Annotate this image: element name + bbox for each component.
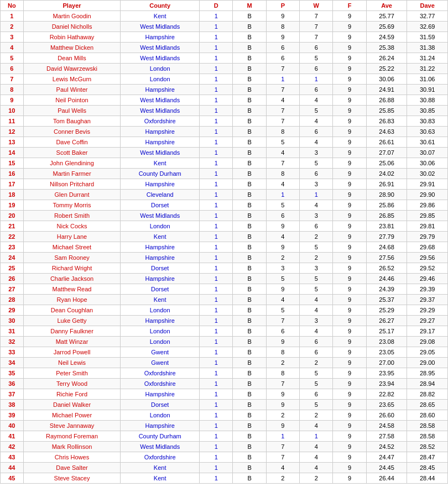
player-name: Peter Smith <box>23 368 121 379</box>
col-m-val: B <box>233 85 266 95</box>
player-name: Matthew Read <box>23 284 121 295</box>
col-m-val: B <box>233 95 266 106</box>
player-county: Kent <box>121 158 200 169</box>
col-m-val: B <box>233 358 266 368</box>
col-m-val: B <box>233 284 266 295</box>
col-m-val: B <box>233 452 266 463</box>
col-w-val: 4 <box>300 421 333 431</box>
col-p-val: 2 <box>266 253 299 263</box>
player-county: London <box>121 410 200 421</box>
row-number: 25 <box>1 263 24 274</box>
col-f-val: 9 <box>333 421 366 431</box>
col-p-val: 2 <box>266 473 299 484</box>
col-f-val: 9 <box>333 253 366 263</box>
player-name: Dave Salter <box>23 463 121 473</box>
col-m-val: B <box>233 32 266 43</box>
col-dave-val: 30.06 <box>407 158 448 169</box>
row-number: 22 <box>1 232 24 242</box>
player-name: Daniel Walker <box>23 400 121 410</box>
player-name: Tom Baughan <box>23 116 121 127</box>
col-ave-val: 24.45 <box>366 463 407 473</box>
col-ave-val: 28.90 <box>366 190 407 200</box>
col-ave-val: 25.37 <box>366 295 407 305</box>
col-f-val: 9 <box>333 211 366 221</box>
col-ave-val: 27.07 <box>366 148 407 158</box>
col-d-val: 1 <box>200 53 233 64</box>
col-p-val: 5 <box>266 200 299 211</box>
col-m-val: B <box>233 22 266 32</box>
col-p-val: 1 <box>266 431 299 442</box>
table-row: 34Neil LewisGwent1B22927.0029.00 <box>1 358 448 368</box>
col-dave-val: 30.85 <box>407 106 448 116</box>
player-county: Kent <box>121 232 200 242</box>
table-row: 35Peter SmithOxfordshire1B85923.9528.95 <box>1 368 448 379</box>
col-f-val: 9 <box>333 32 366 43</box>
col-w-val: 1 <box>300 74 333 85</box>
row-number: 14 <box>1 148 24 158</box>
table-row: 18Glen DurrantCleveland1B11928.9029.90 <box>1 190 448 200</box>
col-d-val: 1 <box>200 127 233 137</box>
col-f-val: 9 <box>333 400 366 410</box>
col-ave-val: 24.63 <box>366 127 407 137</box>
table-row: 27Matthew ReadDorset1B95924.3929.39 <box>1 284 448 295</box>
col-m-val: B <box>233 190 266 200</box>
table-row: 13Dave CoffinHampshire1B54926.6130.61 <box>1 137 448 148</box>
col-m-val: B <box>233 305 266 316</box>
col-header-ave: Ave <box>366 1 407 11</box>
player-county: Oxfordshire <box>121 452 200 463</box>
col-dave-val: 28.60 <box>407 410 448 421</box>
col-m-val: B <box>233 379 266 389</box>
col-header-p: P <box>266 1 299 11</box>
player-name: Martin Farmer <box>23 169 121 179</box>
col-d-val: 1 <box>200 379 233 389</box>
col-w-val: 3 <box>300 179 333 190</box>
player-county: Oxfordshire <box>121 116 200 127</box>
col-m-val: B <box>233 211 266 221</box>
table-header: No Player County D M P W F Ave Dave <box>1 1 448 11</box>
col-d-val: 1 <box>200 221 233 232</box>
row-number: 21 <box>1 221 24 232</box>
col-f-val: 9 <box>333 221 366 232</box>
col-dave-val: 31.22 <box>407 64 448 74</box>
col-p-val: 4 <box>266 295 299 305</box>
col-d-val: 1 <box>200 431 233 442</box>
col-f-val: 9 <box>333 326 366 337</box>
player-county: London <box>121 337 200 347</box>
col-p-val: 9 <box>266 11 299 22</box>
col-w-val: 5 <box>300 400 333 410</box>
col-w-val: 7 <box>300 11 333 22</box>
col-dave-val: 29.79 <box>407 232 448 242</box>
col-p-val: 5 <box>266 305 299 316</box>
row-number: 7 <box>1 74 24 85</box>
col-dave-val: 31.24 <box>407 53 448 64</box>
col-m-val: B <box>233 410 266 421</box>
col-d-val: 1 <box>200 410 233 421</box>
player-county: Hampshire <box>121 137 200 148</box>
player-county: Kent <box>121 473 200 484</box>
col-dave-val: 29.17 <box>407 326 448 337</box>
player-name: Mark Rollinson <box>23 442 121 452</box>
player-county: West Midlands <box>121 95 200 106</box>
col-ave-val: 25.22 <box>366 64 407 74</box>
col-f-val: 9 <box>333 463 366 473</box>
col-dave-val: 28.82 <box>407 389 448 400</box>
col-p-val: 9 <box>266 389 299 400</box>
col-ave-val: 24.58 <box>366 421 407 431</box>
col-dave-val: 29.39 <box>407 284 448 295</box>
row-number: 20 <box>1 211 24 221</box>
col-m-val: B <box>233 53 266 64</box>
col-ave-val: 25.69 <box>366 22 407 32</box>
col-p-val: 4 <box>266 232 299 242</box>
col-f-val: 9 <box>333 179 366 190</box>
col-ave-val: 27.79 <box>366 232 407 242</box>
col-w-val: 4 <box>300 442 333 452</box>
col-ave-val: 25.77 <box>366 11 407 22</box>
col-d-val: 1 <box>200 337 233 347</box>
row-number: 40 <box>1 421 24 431</box>
col-f-val: 9 <box>333 95 366 106</box>
player-county: Hampshire <box>121 421 200 431</box>
col-dave-val: 29.29 <box>407 305 448 316</box>
player-county: West Midlands <box>121 43 200 53</box>
col-ave-val: 24.39 <box>366 284 407 295</box>
col-ave-val: 26.61 <box>366 137 407 148</box>
